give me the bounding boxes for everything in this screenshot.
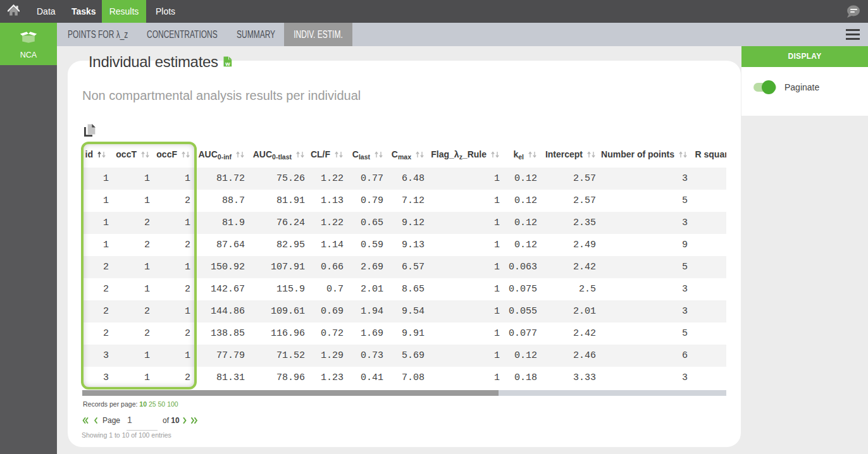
- svg-text:w: w: [225, 60, 230, 67]
